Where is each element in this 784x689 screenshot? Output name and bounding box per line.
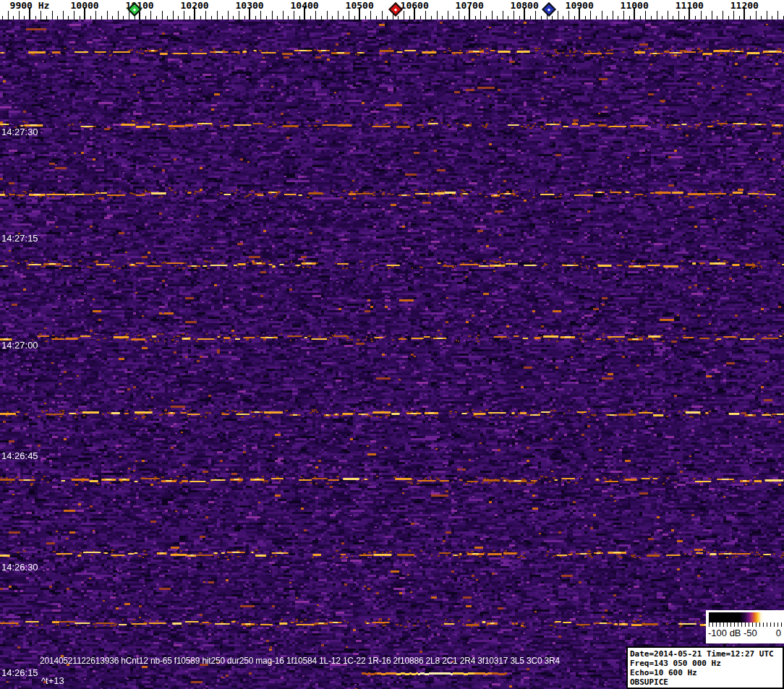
ruler-tick — [673, 16, 673, 20]
ruler-tick — [607, 16, 608, 20]
ruler-tick — [90, 16, 91, 20]
ruler-tick — [365, 16, 366, 20]
ruler-tick — [277, 16, 278, 20]
colorbar-tick — [777, 622, 778, 627]
ruler-tick — [272, 11, 273, 20]
ruler-tick — [327, 11, 328, 20]
ruler-tick — [321, 16, 322, 20]
colorbar-labels: -100 dB -50 0 — [706, 628, 784, 642]
ruler-frequency-label: 10000 — [71, 0, 99, 11]
colorbar-label-min: -100 dB — [708, 628, 741, 638]
colorbar-tick — [720, 622, 720, 627]
ruler-tick — [349, 11, 349, 20]
colorbar-tick — [716, 622, 717, 627]
ruler-frequency-label: 10900 — [566, 0, 594, 11]
ruler-tick — [618, 16, 618, 20]
colorbar-tick — [770, 622, 771, 627]
marker-center-dot — [393, 9, 396, 12]
ruler-tick — [370, 11, 371, 20]
ruler-tick — [442, 16, 443, 20]
ruler-tick — [475, 16, 476, 20]
ruler-tick — [448, 11, 448, 20]
ruler-tick — [596, 16, 597, 20]
colorbar-ticks — [709, 622, 782, 628]
ruler-tick — [382, 11, 383, 20]
ruler-frequency-label: 10400 — [291, 0, 319, 11]
ruler-tick — [24, 16, 25, 20]
ruler-tick — [74, 11, 74, 20]
ruler-tick — [657, 11, 657, 20]
ruler-tick — [233, 16, 234, 20]
ruler-tick — [590, 11, 591, 20]
ruler-tick — [761, 16, 762, 20]
ruler-tick — [767, 11, 767, 20]
detection-status-line: 20140521122613936 hCnt12 nb-65 f10589 hi… — [40, 656, 560, 666]
ruler-tick — [255, 16, 256, 20]
ruler-tick — [387, 16, 388, 20]
ruler-tick — [568, 11, 569, 20]
ruler-tick — [167, 16, 168, 20]
ruler-tick — [409, 16, 410, 20]
ruler-tick — [354, 16, 355, 20]
colorbar-tick — [759, 622, 760, 627]
time-label: 14:26:30 — [1, 562, 38, 573]
time-label: 14:26:15 — [1, 667, 38, 678]
time-label: 14:27:30 — [1, 127, 38, 137]
ruler-tick — [678, 11, 679, 20]
ruler-tick — [717, 16, 717, 20]
colorbar-tick — [730, 622, 731, 627]
marker-center-dot — [132, 9, 135, 12]
colorbar-tick — [738, 622, 738, 627]
ruler-tick — [173, 11, 174, 20]
spectrogram-canvas — [0, 20, 784, 689]
ruler-frequency-label: 10600 — [401, 0, 429, 11]
ruler-tick — [777, 11, 778, 20]
ruler-tick — [739, 16, 740, 20]
info-frequency: Freq=143 050 000 Hz — [630, 659, 780, 668]
ruler-tick — [492, 11, 493, 20]
ruler-tick — [783, 16, 784, 20]
ruler-tick — [332, 16, 333, 20]
ruler-frequency-label: 10200 — [181, 0, 209, 11]
colorbar-tick — [727, 622, 728, 627]
colorbar-tick — [781, 622, 782, 627]
ruler-tick — [645, 11, 646, 20]
ruler-frequency-label: 10800 — [511, 0, 539, 11]
time-offset-note: ^t+13 — [41, 675, 64, 686]
colorbar-tick — [734, 622, 735, 627]
ruler-tick — [629, 16, 630, 20]
ruler-frequency-label: 11000 — [621, 0, 649, 11]
time-label: 14:26:45 — [1, 450, 38, 461]
colorbar-tick — [752, 622, 753, 627]
ruler-tick — [662, 16, 662, 20]
observation-info-box: Date=2014-05-21 Time=12:27 UTC Freq=143 … — [626, 646, 784, 689]
ruler-tick — [189, 16, 190, 20]
ruler-tick — [107, 11, 108, 20]
ruler-tick — [453, 16, 453, 20]
colorbar-tick — [709, 622, 710, 627]
ruler-tick — [46, 16, 47, 20]
ruler-tick — [294, 11, 294, 20]
ruler-frequency-label: 11100 — [676, 0, 704, 11]
ruler-tick — [239, 11, 239, 20]
colorbar-tick — [712, 622, 713, 627]
colorbar-label-mid: -50 — [743, 628, 757, 638]
ruler-tick — [651, 16, 652, 20]
ruler-tick — [200, 16, 201, 20]
ruler-tick — [756, 11, 757, 20]
ruler-tick — [228, 11, 229, 20]
ruler-tick — [459, 11, 459, 20]
ruler-tick — [63, 11, 64, 20]
ruler-tick — [8, 11, 9, 20]
colorbar-tick — [767, 622, 767, 627]
ruler-frequency-label: 10300 — [236, 0, 264, 11]
ruler-tick — [244, 16, 245, 20]
ruler-tick — [52, 11, 53, 20]
time-label: 14:27:15 — [1, 233, 38, 244]
ruler-tick — [288, 16, 289, 20]
ruler-tick — [563, 16, 563, 20]
ruler-tick — [425, 11, 426, 20]
colorbar-tick — [741, 622, 742, 627]
db-colorbar-legend: -100 dB -50 0 — [706, 610, 784, 643]
ruler-tick — [486, 16, 487, 20]
